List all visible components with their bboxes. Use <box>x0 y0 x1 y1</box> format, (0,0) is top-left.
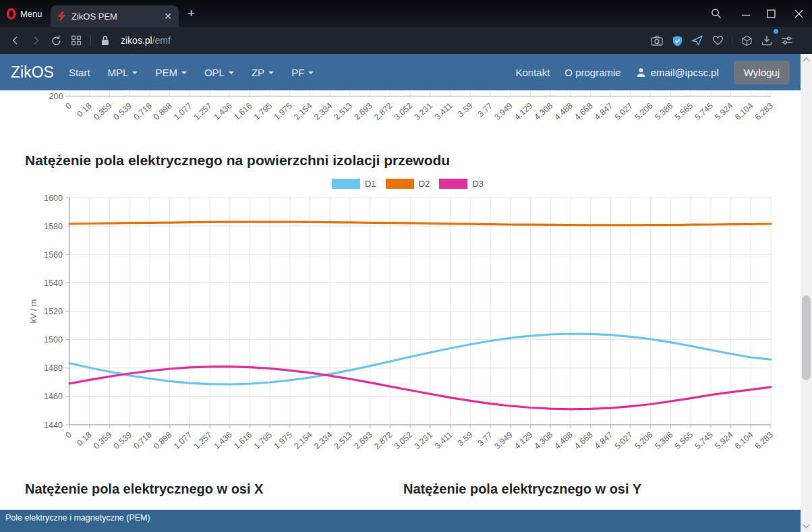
user-person-icon <box>636 67 646 78</box>
top-chart-x-tick-label: 2.334 <box>312 101 334 122</box>
x-tick-label: 1.436 <box>212 430 233 451</box>
close-window-button[interactable] <box>792 7 805 20</box>
nav-item-zp[interactable]: ZP <box>252 67 274 78</box>
url-domain: zikos.pl <box>121 35 152 46</box>
speed-dial-grid-icon[interactable] <box>66 30 86 51</box>
search-icon[interactable] <box>709 7 723 20</box>
user-account[interactable]: email@ipcsc.pl <box>636 67 719 78</box>
x-tick-label: 0.718 <box>132 430 153 451</box>
x-tick-label: 5.386 <box>653 430 674 451</box>
snapshot-camera-button[interactable] <box>647 30 667 51</box>
x-tick-label: 0.18 <box>75 430 93 448</box>
top-chart-x-tick-label: 2.872 <box>372 101 394 122</box>
nav-item-label: ZP <box>252 67 264 78</box>
top-chart-x-tick-label: 4.308 <box>533 101 554 122</box>
heading-axis-x: Natężenie pola elektrycznego w osi X <box>25 481 263 497</box>
top-chart-x-tick-label: 4.129 <box>513 101 534 122</box>
legend-swatch-d3 <box>439 179 467 189</box>
browser-addressbar: zikos.pl/emf <box>0 27 812 54</box>
top-chart-x-tick-label: 0 <box>64 101 74 111</box>
series-line-d3 <box>69 367 771 409</box>
top-chart-x-tick-label: 5.924 <box>713 101 734 122</box>
chevron-down-icon <box>132 71 138 74</box>
top-chart-x-tick-label: 2.513 <box>332 101 354 122</box>
nav-item-label: O programie <box>564 67 620 78</box>
nav-item-pem[interactable]: PEM <box>155 67 187 78</box>
nav-item-opl[interactable]: OPL <box>204 67 234 78</box>
top-chart-y-tick-label: 200 <box>49 91 63 101</box>
chevron-down-icon <box>229 71 234 74</box>
scroll-up-arrow-icon[interactable] <box>803 58 810 65</box>
x-tick-label: 3.411 <box>433 430 455 451</box>
minimize-button[interactable] <box>739 7 753 20</box>
url-path: /emf <box>152 35 171 46</box>
top-chart-x-tick-label: 3.411 <box>433 101 455 122</box>
scroll-down-arrow-icon[interactable] <box>803 522 810 529</box>
downloads-button[interactable] <box>757 30 777 51</box>
top-chart-x-tick-label: 6.283 <box>753 101 775 122</box>
x-tick-label: 5.565 <box>673 430 695 451</box>
y-tick-label: 1500 <box>44 335 63 345</box>
top-chart-x-tick-label: 1.975 <box>272 101 293 122</box>
site-navbar: ZikOS Start MPL PEM OPL ZP PF Kontakt O … <box>0 54 801 90</box>
heading-axis-y: Natężenie pola elektrycznego w osi Y <box>403 481 641 497</box>
reload-button[interactable] <box>46 30 66 51</box>
easy-setup-sliders-icon[interactable] <box>777 30 797 51</box>
x-tick-label: 1.257 <box>192 430 214 451</box>
logout-button[interactable]: Wyloguj <box>734 61 790 84</box>
x-tick-label: 3.949 <box>492 430 514 451</box>
x-tick-label: 6.283 <box>753 430 775 451</box>
y-tick-label: 1520 <box>44 307 63 316</box>
top-chart-x-tick-label: 5.206 <box>633 101 654 122</box>
maximize-button[interactable] <box>764 7 778 20</box>
bookmarks-heart-icon[interactable] <box>707 30 728 51</box>
nav-item-pf[interactable]: PF <box>291 67 314 78</box>
top-chart-x-tick-label: 5.565 <box>673 101 695 122</box>
download-notification-dot <box>774 29 778 34</box>
y-tick-label: 1460 <box>44 392 63 401</box>
top-chart-x-tick-label: 3.77 <box>476 101 494 119</box>
y-tick-label: 1600 <box>44 194 63 203</box>
opera-menu-button[interactable]: Menu <box>7 6 42 21</box>
legend-item-d2[interactable]: D2 <box>386 179 430 189</box>
top-chart-x-tick-label: 3.59 <box>456 101 474 119</box>
extensions-cube-icon[interactable] <box>736 30 757 51</box>
user-email: email@ipcsc.pl <box>651 67 719 78</box>
adblock-shield-icon[interactable] <box>667 30 687 51</box>
back-button[interactable] <box>5 30 26 51</box>
nav-item-kontakt[interactable]: Kontakt <box>515 67 550 78</box>
nav-item-o-programie[interactable]: O programie <box>564 67 620 78</box>
y-tick-label: 1440 <box>44 421 63 430</box>
myflow-paper-plane-icon[interactable] <box>687 30 707 51</box>
top-chart-x-tick-label: 1.795 <box>252 101 274 122</box>
page-content: 20000.180.3590.5390.7180.8981.0771.2571.… <box>0 90 801 510</box>
lock-icon[interactable] <box>95 30 115 51</box>
legend-label: D3 <box>472 179 484 189</box>
x-tick-label: 4.308 <box>533 430 554 451</box>
browser-tab[interactable]: ZikOS PEM ✕ <box>51 5 179 27</box>
x-tick-label: 1.795 <box>252 430 274 451</box>
y-tick-label: 1580 <box>44 222 63 231</box>
nav-item-start[interactable]: Start <box>69 67 90 78</box>
brand-zikos[interactable]: ZikOS <box>11 63 54 82</box>
forward-button[interactable] <box>26 30 46 51</box>
toolbar-divider <box>732 35 732 46</box>
legend-item-d1[interactable]: D1 <box>332 179 376 189</box>
x-tick-label: 3.77 <box>476 430 494 448</box>
legend-item-d3[interactable]: D3 <box>439 179 484 189</box>
status-footer: Pole elektryczne i magnetyczne (PEM) <box>0 510 801 532</box>
scrollbar-thumb[interactable] <box>802 295 811 380</box>
vertical-scrollbar[interactable] <box>801 54 812 532</box>
top-chart-x-tick-label: 4.668 <box>573 101 594 122</box>
x-tick-label: 1.616 <box>232 430 254 451</box>
x-tick-label: 5.745 <box>693 430 714 451</box>
top-chart-x-tick-label: 4.847 <box>593 101 614 122</box>
series-line-d1 <box>69 334 771 384</box>
series-line-d2 <box>69 222 771 225</box>
new-tab-button[interactable]: + <box>187 8 195 19</box>
url-text[interactable]: zikos.pl/emf <box>121 35 171 46</box>
tab-close-icon[interactable]: ✕ <box>164 11 172 22</box>
x-tick-label: 4.847 <box>593 430 614 451</box>
nav-item-mpl[interactable]: MPL <box>108 67 138 78</box>
x-tick-label: 0.359 <box>92 430 113 451</box>
